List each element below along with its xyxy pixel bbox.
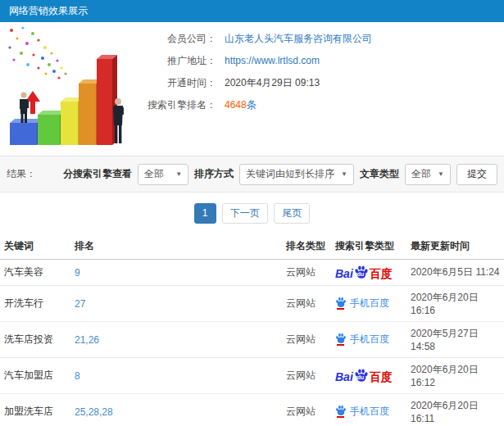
article-type-label: 文章类型 <box>360 167 399 181</box>
updated-cell: 2020年5月27日 14:58 <box>406 322 504 358</box>
keyword-cell: 汽车美容 <box>0 260 70 286</box>
chevron-down-icon: ▼ <box>438 170 444 178</box>
rank-type-cell: 云网站 <box>282 394 331 426</box>
pagination: 1 下一页 尾页 <box>0 193 504 233</box>
baidu-paw-icon: du <box>354 368 369 383</box>
table-row: 加盟洗车店 25,28,28 云网站 手机百度 2020年6月20日 16:11 <box>0 394 504 426</box>
member-company-label: 会员公司： <box>141 32 216 45</box>
open-time-label: 开通时间： <box>141 76 216 89</box>
mobile-baidu-logo: 手机百度 <box>335 297 389 310</box>
rank-link[interactable]: 25,28,28 <box>75 406 113 418</box>
col-keyword: 关键词 <box>0 233 70 260</box>
baidu-paw-icon <box>335 333 347 346</box>
engine-filter-label: 分搜索引擎查看 <box>63 167 132 181</box>
updated-cell: 2020年6月20日 16:16 <box>406 286 504 322</box>
info-section: 会员公司： 山东老人头汽车服务咨询有限公司 推广地址： https://www.… <box>0 22 504 156</box>
rank-link[interactable]: 27 <box>75 298 85 310</box>
chevron-down-icon: ▼ <box>175 170 182 178</box>
updated-cell: 2020年6月5日 11:24 <box>406 260 504 286</box>
table-header-row: 关键词 排名 排名类型 搜索引擎类型 最新更新时间 <box>0 233 504 260</box>
col-engine-type: 搜索引擎类型 <box>331 233 406 260</box>
last-page-button[interactable]: 尾页 <box>274 203 310 224</box>
page-header: 网络营销效果展示 <box>0 0 504 22</box>
open-time-value: 2020年4月29日 09:13 <box>225 76 320 89</box>
baidu-paw-icon: du <box>354 265 369 279</box>
baidu-paw-icon <box>335 405 347 418</box>
rank-unit: 条 <box>247 99 257 111</box>
member-company-link[interactable]: 山东老人头汽车服务咨询有限公司 <box>225 32 372 45</box>
promo-url-row: 推广地址： https://www.lrtlsd.com <box>141 54 504 67</box>
keyword-cell: 洗车店投资 <box>0 322 70 358</box>
rank-type-cell: 云网站 <box>282 322 331 358</box>
bar-chart-illustration <box>0 22 141 153</box>
confetti-dots <box>8 26 66 79</box>
mobile-baidu-logo: 手机百度 <box>335 405 389 418</box>
bar-red <box>97 55 117 145</box>
results-table: 关键词 排名 排名类型 搜索引擎类型 最新更新时间 汽车美容 9 云网站 Bai… <box>0 233 504 426</box>
promo-url-link[interactable]: https://www.lrtlsd.com <box>225 54 320 67</box>
baidu-logo: Baidu百度 <box>335 265 393 279</box>
updated-cell: 2020年6月20日 16:11 <box>406 394 504 426</box>
keyword-cell: 开洗车行 <box>0 286 70 322</box>
open-time-row: 开通时间： 2020年4月29日 09:13 <box>141 76 504 89</box>
col-rank-type: 排名类型 <box>282 233 331 260</box>
updated-cell: 2020年6月20日 16:12 <box>406 358 504 394</box>
table-row: 开洗车行 27 云网站 手机百度 2020年6月20日 16:16 <box>0 286 504 322</box>
rank-link[interactable]: 21,26 <box>75 334 99 346</box>
sort-select[interactable]: 关键词由短到长排序 ▼ <box>239 164 354 185</box>
table-row: 汽车加盟店 8 云网站 Baidu百度 2020年6月20日 16:12 <box>0 358 504 394</box>
engine-rank-row: 搜索引擎排名： 4648条 <box>141 98 504 111</box>
filter-bar: 结果： 分搜索引擎查看 全部 ▼ 排序方式 关键词由短到长排序 ▼ 文章类型 全… <box>0 156 504 193</box>
page-title: 网络营销效果展示 <box>9 5 88 16</box>
sort-value: 关键词由短到长排序 <box>246 167 334 181</box>
article-type-value: 全部 <box>411 167 431 181</box>
table-row: 洗车店投资 21,26 云网站 手机百度 2020年5月27日 14:58 <box>0 322 504 358</box>
engine-rank-label: 搜索引擎排名： <box>141 98 216 111</box>
businessman-left <box>20 92 29 123</box>
next-page-button[interactable]: 下一页 <box>222 203 268 224</box>
growth-chart-image <box>0 22 141 153</box>
member-company-row: 会员公司： 山东老人头汽车服务咨询有限公司 <box>141 32 504 45</box>
sort-label: 排序方式 <box>194 167 234 181</box>
rank-link[interactable]: 8 <box>75 370 80 382</box>
col-updated: 最新更新时间 <box>406 233 504 260</box>
article-type-select[interactable]: 全部 ▼ <box>405 164 451 185</box>
promo-url-label: 推广地址： <box>141 54 216 67</box>
col-rank: 排名 <box>70 233 282 260</box>
engine-filter-select[interactable]: 全部 ▼ <box>138 164 188 185</box>
engine-filter-value: 全部 <box>144 167 164 181</box>
rank-link[interactable]: 9 <box>75 267 80 279</box>
engine-rank-value: 4648条 <box>225 98 257 111</box>
rank-type-cell: 云网站 <box>282 358 331 394</box>
rank-type-cell: 云网站 <box>282 260 331 286</box>
baidu-paw-icon <box>335 297 347 310</box>
rank-count: 4648 <box>225 99 247 111</box>
keyword-cell: 加盟洗车店 <box>0 394 70 426</box>
member-info: 会员公司： 山东老人头汽车服务咨询有限公司 推广地址： https://www.… <box>141 22 504 156</box>
chevron-down-icon: ▼ <box>341 170 347 178</box>
baidu-logo: Baidu百度 <box>335 368 393 383</box>
result-label: 结果： <box>7 167 36 181</box>
rank-type-cell: 云网站 <box>282 286 331 322</box>
submit-button[interactable]: 提交 <box>456 164 497 185</box>
keyword-cell: 汽车加盟店 <box>0 358 70 394</box>
page-1-button[interactable]: 1 <box>194 203 216 224</box>
table-row: 汽车美容 9 云网站 Baidu百度 2020年6月5日 11:24 <box>0 260 504 286</box>
mobile-baidu-logo: 手机百度 <box>335 333 389 346</box>
filter-controls: 分搜索引擎查看 全部 ▼ 排序方式 关键词由短到长排序 ▼ 文章类型 全部 ▼ … <box>63 164 497 185</box>
